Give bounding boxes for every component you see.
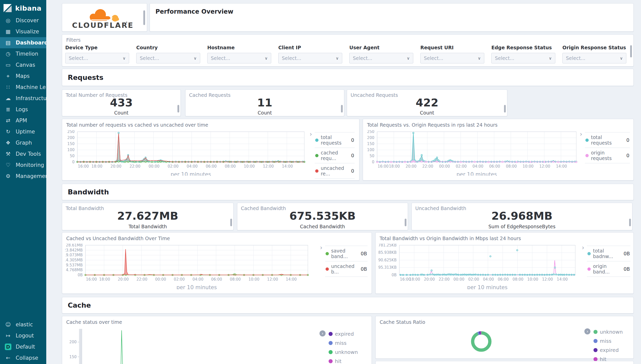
legend-item[interactable]: hit (329, 357, 364, 364)
legend-toggle-icon[interactable]: › (584, 328, 590, 334)
scrollbar-thumb[interactable] (230, 219, 232, 226)
series-color-dot (329, 350, 333, 354)
legend-item[interactable]: unknown (593, 327, 627, 336)
uptime-icon: ↻ (5, 129, 11, 135)
svg-text:04:00: 04:00 (483, 277, 494, 282)
filter-select[interactable]: Select...∨ (562, 53, 626, 63)
legend-expand-icon[interactable]: › (582, 244, 584, 251)
sidebar-item-graph[interactable]: ❖Graph (0, 137, 46, 148)
filter-select[interactable]: Select...∨ (65, 53, 129, 63)
legend-item[interactable]: expired (329, 329, 364, 338)
legend-item[interactable]: total requests0 (315, 132, 355, 148)
scrollbar-thumb[interactable] (341, 105, 343, 112)
filter-label: Device Type (65, 45, 129, 50)
bandwidth-section-title: Bandwidth (68, 188, 109, 196)
filter-select[interactable]: Select...∨ (207, 53, 271, 63)
bandwidth-section-panel: Bandwidth (62, 184, 634, 200)
sidebar-footer-logout[interactable]: ↦Logout (0, 330, 46, 341)
legend-item[interactable]: expired (593, 346, 627, 355)
cache-status-ratio-donut[interactable] (470, 330, 493, 354)
legend-expand-icon[interactable]: › (320, 244, 323, 251)
svg-text:781.25KB: 781.25KB (378, 244, 397, 247)
requests-vs-origin-chart[interactable]: 05010015020025016:0018:0020:0022:0000:00… (367, 130, 579, 177)
series-color-dot (593, 330, 598, 334)
bandwidth-vs-origin-chart[interactable]: 0B195.313KB390.625KB585.938KB781.25KB16:… (378, 244, 578, 290)
scrollbar-thumb[interactable] (405, 219, 406, 226)
sidebar-item-machine-le-[interactable]: ∷Machine Le... (0, 82, 46, 93)
select-placeholder: Select... (495, 55, 514, 61)
sidebar-footer-elastic[interactable]: ☺elastic (0, 319, 46, 330)
discover-icon: ◎ (5, 17, 11, 24)
svg-text:10:00: 10:00 (523, 164, 534, 169)
svg-text:04:00: 04:00 (192, 277, 203, 282)
svg-text:02:00: 02:00 (168, 164, 178, 169)
svg-text:200: 200 (367, 135, 374, 140)
legend-item[interactable]: total badnw...0B (587, 246, 630, 261)
scrollbar-thumb[interactable] (143, 10, 145, 25)
scrollbar-thumb[interactable] (504, 105, 506, 112)
sidebar-item-monitoring[interactable]: ♡Monitoring (0, 160, 46, 171)
graph-icon: ❖ (5, 140, 11, 146)
sidebar-item-dev-tools[interactable]: ⚒Dev Tools (0, 148, 46, 160)
chart-title: Total number of requests vs cached vs un… (66, 122, 208, 128)
cache-status-ratio-panel: Cache Status Ratio › unknown miss expire… (375, 316, 634, 359)
filter-select[interactable]: Select...∨ (136, 53, 200, 63)
sidebar-item-logs[interactable]: ≣Logs (0, 104, 46, 115)
filters-panel: Filters Device Type Select...∨Country Se… (62, 34, 634, 66)
bandwidth-over-time-chart[interactable]: 0B4.768MB9.537MB14.305MB19.073MB23.842MB… (65, 244, 310, 290)
sidebar-item-management[interactable]: ⚙Management (0, 171, 46, 182)
legend-item[interactable]: miss (593, 336, 627, 346)
sidebar-item-uptime[interactable]: ↻Uptime (0, 126, 46, 137)
chevron-down-icon: ∨ (549, 56, 552, 61)
legend-item[interactable]: uncached b...0B (325, 261, 368, 277)
filter-select[interactable]: Select...∨ (491, 53, 555, 63)
svg-text:22:00: 22:00 (136, 277, 147, 282)
filter-country: Country Select...∨ (136, 45, 200, 63)
cache-status-over-time-chart[interactable]: 050100150200Count (66, 327, 316, 364)
filter-select[interactable]: Select...∨ (278, 53, 342, 63)
sidebar-item-visualize[interactable]: ▦Visualize (0, 26, 46, 37)
sidebar-footer: ☺elastic↦LogoutDDefault←Collapse (0, 319, 46, 363)
filter-label: Request URI (420, 45, 484, 50)
filter-user-agent: User Agent Select...∨ (349, 45, 413, 63)
svg-text:14:00: 14:00 (556, 164, 567, 169)
legend-item[interactable]: origin band...0B (587, 261, 630, 277)
sidebar-item-timelion[interactable]: ◷Timelion (0, 48, 46, 59)
legend-item[interactable]: miss (329, 338, 364, 348)
scrollbar-thumb[interactable] (630, 45, 632, 57)
legend-item[interactable]: uncached re...0 (315, 163, 355, 179)
svg-text:100: 100 (67, 148, 75, 152)
scrollbar-thumb[interactable] (629, 219, 631, 226)
sidebar-item-discover[interactable]: ◎Discover (0, 15, 46, 26)
sidebar-item-dashboard[interactable]: ▤Dashboard (0, 37, 46, 48)
legend-item[interactable]: origin requests0 (585, 148, 630, 163)
filter-select[interactable]: Select...∨ (349, 53, 413, 63)
svg-text:06:00: 06:00 (498, 277, 509, 282)
legend-toggle-icon[interactable]: › (319, 330, 326, 336)
legend-expand-icon[interactable]: › (310, 131, 312, 138)
svg-text:per 10 minutes: per 10 minutes (467, 284, 508, 289)
legend-item[interactable]: saved band...0B (325, 246, 368, 261)
metric-label: Cached Bandwidth (237, 224, 408, 229)
legend-expand-icon[interactable]: › (580, 131, 582, 138)
kibana-logo[interactable]: kibana (0, 0, 46, 15)
bandwidth-over-time-panel: Cached vs Uncached Bandwidth Over Time 0… (62, 232, 372, 294)
sidebar-item-infrastructure[interactable]: ☁Infrastructure (0, 93, 46, 104)
sidebar-item-apm[interactable]: ⇄APM (0, 115, 46, 126)
legend-item[interactable]: total requests0 (585, 132, 630, 148)
sidebar-footer-default[interactable]: DDefault (0, 341, 46, 352)
monitoring-icon: ♡ (5, 162, 11, 168)
series-color-dot (585, 139, 589, 142)
sidebar-item-maps[interactable]: ⌖Maps (0, 71, 46, 82)
scrollbar-thumb[interactable] (177, 105, 179, 112)
legend-item[interactable]: unknown (329, 348, 364, 357)
requests-over-time-chart[interactable]: 05010015020025016:0018:0020:0022:0000:00… (67, 130, 307, 177)
metric-value: 422 (347, 96, 507, 109)
cache-status-over-time-panel: Cache status over time 050100150200Count… (62, 316, 372, 364)
chevron-down-icon: ∨ (478, 56, 481, 61)
sidebar-footer-collapse[interactable]: ←Collapse (0, 352, 46, 363)
sidebar-item-canvas[interactable]: ▭Canvas (0, 59, 46, 71)
legend-item[interactable]: cached requ...0 (315, 148, 355, 163)
filter-select[interactable]: Select...∨ (420, 53, 484, 63)
svg-text:200: 200 (67, 135, 75, 140)
